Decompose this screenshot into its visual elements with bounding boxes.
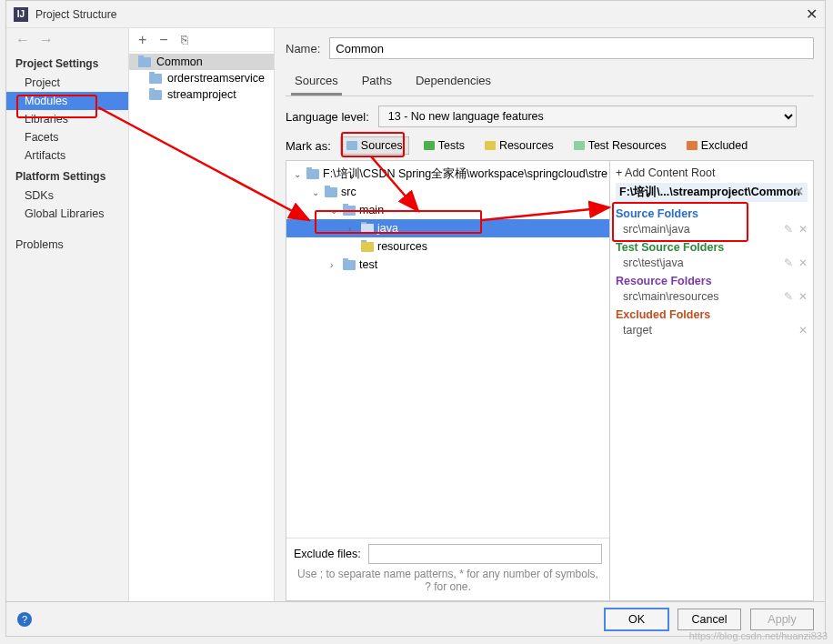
settings-nav: ← → Project Settings Project Modules Lib… xyxy=(6,28,129,601)
tree-src[interactable]: ⌄src xyxy=(286,183,609,201)
tree-resources[interactable]: ›resources xyxy=(286,237,609,256)
tab-dependencies[interactable]: Dependencies xyxy=(412,70,495,96)
excluded-icon xyxy=(687,141,698,150)
help-icon[interactable]: ? xyxy=(17,612,32,627)
module-item-streamproject[interactable]: streamproject xyxy=(129,86,274,103)
excluded-folders-header: Excluded Folders xyxy=(616,307,808,323)
tree-main[interactable]: ⌄main xyxy=(286,201,609,219)
source-tree: ⌄F:\培训\CSDN Spring全家桶\workspace\springcl… xyxy=(286,160,610,601)
edit-icon[interactable]: ✎ xyxy=(784,290,793,303)
nav-header-platform: Platform Settings xyxy=(6,165,128,186)
nav-header-project: Project Settings xyxy=(6,52,128,74)
remove-root-icon[interactable]: ✕ xyxy=(794,185,804,198)
nav-project[interactable]: Project xyxy=(6,74,128,92)
test-folder-item[interactable]: src\test\java✎✕ xyxy=(616,256,808,273)
folder-icon xyxy=(361,242,374,252)
watermark: https://blog.csdn.net/huanzi833 xyxy=(689,630,828,641)
source-folder-item[interactable]: src\main\java✎✕ xyxy=(616,222,808,239)
edit-icon[interactable]: ✎ xyxy=(784,223,793,236)
folder-icon xyxy=(149,74,162,84)
titlebar: IJ Project Structure ✕ xyxy=(6,1,825,28)
nav-libraries[interactable]: Libraries xyxy=(6,110,128,128)
exclude-files-input[interactable] xyxy=(368,544,602,564)
test-source-folders-header: Test Source Folders xyxy=(616,239,808,256)
excluded-folder-item[interactable]: target✕ xyxy=(616,323,808,340)
nav-modules[interactable]: Modules xyxy=(6,92,128,110)
mark-test-resources-button[interactable]: Test Resources xyxy=(568,137,672,154)
name-label: Name: xyxy=(286,42,320,55)
folder-icon xyxy=(325,187,337,197)
tests-icon xyxy=(424,141,435,150)
remove-icon[interactable]: ✕ xyxy=(798,324,808,337)
language-level-select[interactable]: 13 - No new language features xyxy=(378,106,797,127)
content-root-path[interactable]: F:\培训\...\streamproject\Common✕ xyxy=(616,183,808,202)
modules-panel: + − ⎘ Common orderstreamservice streampr… xyxy=(129,28,275,601)
mark-sources-button[interactable]: Sources xyxy=(340,136,409,155)
remove-icon[interactable]: ✕ xyxy=(798,223,808,236)
tab-sources[interactable]: Sources xyxy=(291,70,342,96)
mark-as-label: Mark as: xyxy=(286,139,331,153)
sources-icon xyxy=(346,141,357,150)
exclude-files-label: Exclude files: xyxy=(294,548,361,560)
nav-artifacts[interactable]: Artifacts xyxy=(6,146,128,165)
edit-icon[interactable]: ✎ xyxy=(784,257,793,269)
nav-sdks[interactable]: SDKs xyxy=(6,186,128,205)
tree-test[interactable]: ›test xyxy=(286,256,609,274)
close-icon[interactable]: ✕ xyxy=(806,5,818,23)
remove-module-icon[interactable]: − xyxy=(159,32,167,48)
nav-forward-icon[interactable]: → xyxy=(39,32,54,48)
tree-root[interactable]: ⌄F:\培训\CSDN Spring全家桶\workspace\springcl… xyxy=(286,165,609,183)
module-detail: Name: Sources Paths Dependencies Languag… xyxy=(275,28,825,601)
add-content-root-button[interactable]: + Add Content Root xyxy=(616,165,808,183)
module-item-common[interactable]: Common xyxy=(129,54,274,70)
cancel-button[interactable]: Cancel xyxy=(677,609,741,630)
nav-global-libs[interactable]: Global Libraries xyxy=(6,205,128,223)
language-level-label: Language level: xyxy=(286,110,369,124)
tree-java[interactable]: ›java xyxy=(286,219,609,237)
resource-folder-item[interactable]: src\main\resources✎✕ xyxy=(616,289,808,307)
mark-excluded-button[interactable]: Excluded xyxy=(681,137,753,154)
folder-icon xyxy=(306,169,319,179)
resource-folders-header: Resource Folders xyxy=(616,273,808,289)
copy-module-icon[interactable]: ⎘ xyxy=(181,33,188,46)
exclude-hint: Use ; to separate name patterns, * for a… xyxy=(286,566,609,600)
apply-button[interactable]: Apply xyxy=(750,609,814,630)
add-module-icon[interactable]: + xyxy=(138,32,146,48)
module-name-input[interactable] xyxy=(329,37,814,59)
remove-icon[interactable]: ✕ xyxy=(798,290,808,303)
folder-icon xyxy=(138,57,151,67)
project-structure-dialog: IJ Project Structure ✕ ← → Project Setti… xyxy=(5,0,826,637)
folder-icon xyxy=(361,224,374,234)
mark-resources-button[interactable]: Resources xyxy=(479,137,559,154)
nav-facets[interactable]: Facets xyxy=(6,128,128,146)
window-title: Project Structure xyxy=(35,8,116,21)
resources-icon xyxy=(485,141,496,150)
remove-icon[interactable]: ✕ xyxy=(798,257,808,269)
nav-back-icon[interactable]: ← xyxy=(15,32,30,48)
folder-icon xyxy=(343,206,356,216)
folder-icon xyxy=(343,260,356,270)
app-icon: IJ xyxy=(14,7,28,22)
module-item-orderstream[interactable]: orderstreamservice xyxy=(129,70,274,86)
content-roots-panel: + Add Content Root F:\培训\...\streamproje… xyxy=(609,160,814,601)
mark-tests-button[interactable]: Tests xyxy=(418,137,470,154)
test-resources-icon xyxy=(574,141,585,150)
source-folders-header: Source Folders xyxy=(616,206,808,222)
tab-paths[interactable]: Paths xyxy=(358,70,396,96)
folder-icon xyxy=(149,90,162,100)
nav-problems[interactable]: Problems xyxy=(6,236,128,254)
ok-button[interactable]: OK xyxy=(605,609,668,630)
